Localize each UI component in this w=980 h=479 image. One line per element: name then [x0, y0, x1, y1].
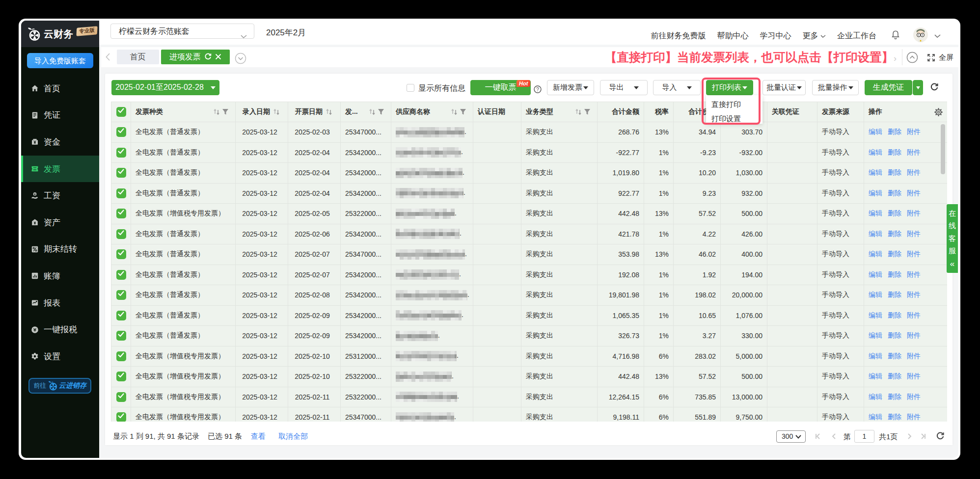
- svg-text:?: ?: [536, 86, 539, 92]
